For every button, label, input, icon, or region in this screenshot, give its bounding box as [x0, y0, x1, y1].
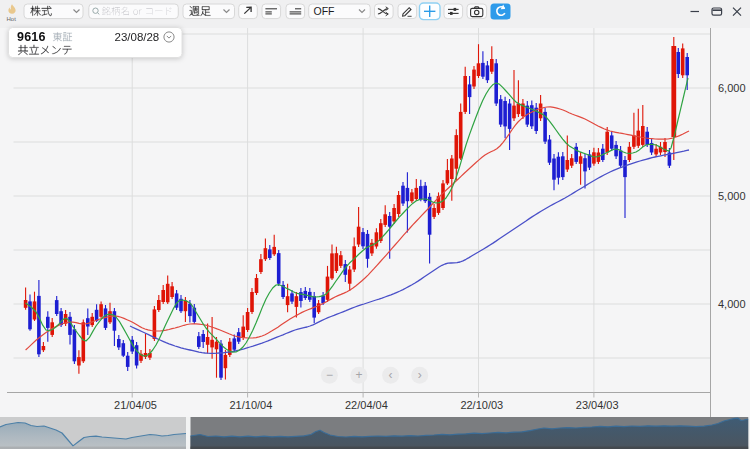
svg-text:5,000: 5,000: [718, 190, 746, 202]
svg-text:OFF: OFF: [314, 5, 335, 17]
svg-text:›: ›: [418, 368, 422, 382]
svg-text:Hot: Hot: [7, 16, 17, 22]
svg-text:‹: ‹: [389, 368, 393, 382]
svg-text:23/08/28: 23/08/28: [114, 31, 159, 43]
svg-text:21/04/05: 21/04/05: [114, 399, 157, 411]
svg-text:+: +: [355, 368, 362, 382]
svg-text:21/10/04: 21/10/04: [229, 399, 272, 411]
svg-text:23/04/03: 23/04/03: [576, 399, 619, 411]
svg-text:22/04/04: 22/04/04: [345, 399, 388, 411]
svg-text:6,000: 6,000: [718, 82, 746, 94]
svg-text:22/10/03: 22/10/03: [460, 399, 503, 411]
svg-text:−: −: [326, 368, 333, 382]
svg-text:4,000: 4,000: [718, 298, 746, 310]
svg-text:9616: 9616: [17, 30, 46, 44]
